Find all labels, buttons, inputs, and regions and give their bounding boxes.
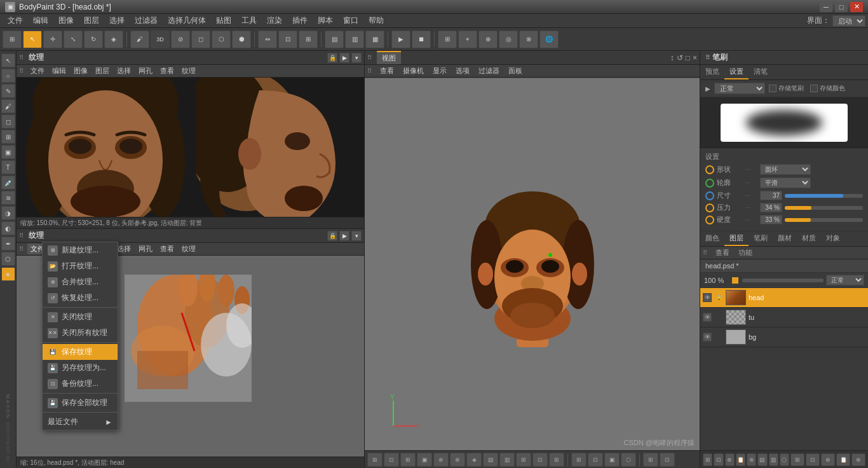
toolbar-snap2[interactable]: ⊕	[478, 31, 498, 48]
brush-tab-preview[interactable]: 预览	[700, 65, 724, 79]
brush-mode-select[interactable]: 正常	[714, 83, 765, 94]
menu-layer[interactable]: 图层	[79, 14, 104, 27]
layer-lock-tu[interactable]	[714, 313, 723, 322]
toolbar-snap3[interactable]: ◎	[499, 31, 518, 48]
toolbar-3d[interactable]: 3D	[151, 31, 170, 48]
rb-tab-color[interactable]: 颜色	[700, 231, 724, 246]
vp-btn-17[interactable]: ⊞	[643, 453, 658, 467]
menu-select-geo[interactable]: 选择几何体	[163, 14, 211, 27]
tex-menu-view[interactable]: 查看	[157, 65, 177, 76]
size-slider-track[interactable]	[785, 194, 863, 198]
rb-tab-material-color[interactable]: 颜材	[773, 231, 797, 246]
tool-smudge[interactable]: ≋	[1, 191, 15, 205]
rb-menu-view[interactable]: 查看	[712, 247, 733, 258]
minimize-button[interactable]: ─	[820, 2, 832, 12]
vp-btn-12[interactable]: ⊞	[549, 453, 564, 467]
dropdown-backup-texture[interactable]: ⊡ 备份纹理...	[43, 376, 118, 392]
vp-btn-3[interactable]: ⊞	[400, 453, 416, 467]
layer-blend-mode[interactable]: 正常	[826, 275, 864, 286]
menu-tools[interactable]: 工具	[236, 14, 262, 27]
menu-select[interactable]: 选择	[104, 14, 130, 27]
dropdown-save-texture[interactable]: 💾 保存纹理	[43, 344, 118, 360]
vp-menu-panel[interactable]: 面板	[505, 65, 526, 76]
toolbar-layer3[interactable]: ▦	[365, 31, 384, 48]
tex-menu-edit[interactable]: 编辑	[49, 65, 69, 76]
bot-tex-menu-texture[interactable]: 纹理	[179, 244, 199, 254]
layer-item-head[interactable]: 👁 🔒 head	[700, 288, 868, 308]
dropdown-open-texture[interactable]: 📂 打开纹理...	[43, 258, 118, 274]
viewport-content[interactable]: Y X CSDN @咆哮的程序猿	[365, 78, 700, 450]
panel-lock-btn[interactable]: 🔒	[327, 53, 337, 63]
layer-vis-bg[interactable]: 👁	[703, 333, 712, 341]
toolbar-select[interactable]: ↖	[23, 31, 42, 48]
tool-dodge[interactable]: ◑	[1, 206, 15, 220]
tool-paint[interactable]: 🖌	[1, 99, 15, 113]
tex-menu-texture[interactable]: 纹理	[179, 65, 199, 76]
dropdown-save-all-texture[interactable]: 💾 保存全部纹理	[43, 395, 118, 411]
tex-menu-layer[interactable]: 图层	[92, 65, 112, 76]
layer-tool-right-3[interactable]: ⊕	[821, 453, 835, 466]
layer-lock-bg[interactable]	[714, 333, 723, 341]
toolbar-layer1[interactable]: ▤	[325, 31, 344, 48]
vp-btn-18[interactable]: ⊡	[660, 453, 675, 467]
rb-tab-brush[interactable]: 笔刷	[749, 231, 773, 246]
rb-menu-function[interactable]: 功能	[735, 247, 756, 258]
toolbar-eraser[interactable]: ◻	[191, 31, 210, 48]
vp-menu-display[interactable]: 显示	[430, 65, 450, 76]
rb-tab-material[interactable]: 材质	[797, 231, 821, 246]
rb-tab-layer[interactable]: 图层	[724, 231, 749, 246]
layer-item-tu[interactable]: 👁 tu	[700, 308, 868, 327]
vp-btn-5[interactable]: ⊕	[433, 453, 449, 467]
vp-btn-2[interactable]: ⊡	[384, 453, 399, 467]
pressure-value[interactable]: 34 %	[760, 203, 782, 212]
menu-image[interactable]: 图像	[53, 14, 79, 27]
viewport-tab[interactable]: 视图	[377, 51, 401, 64]
layer-opacity-slider[interactable]	[742, 279, 824, 282]
opacity-value[interactable]: 33 %	[760, 215, 782, 224]
toolbar-snap4[interactable]: ⊗	[519, 31, 538, 48]
menu-render[interactable]: 渲染	[262, 14, 287, 27]
tool-arrow[interactable]: ↖	[1, 53, 15, 67]
layer-tool-7[interactable]: ▥	[769, 453, 778, 466]
tool-clone[interactable]: ⊞	[1, 130, 15, 144]
menu-map[interactable]: 贴图	[211, 14, 236, 27]
toolbar-anim2[interactable]: ⏹	[412, 31, 431, 48]
hardness-select[interactable]: 平滑	[760, 177, 811, 188]
tex-menu-mesh[interactable]: 网孔	[135, 65, 156, 76]
layer-vis-tu[interactable]: 👁	[703, 313, 712, 322]
layer-tool-3[interactable]: ⊕	[725, 453, 735, 466]
tex-menu-file[interactable]: 文件	[27, 65, 48, 76]
save-color-checkbox[interactable]	[810, 85, 818, 92]
toolbar-paint[interactable]: 🖌	[130, 31, 149, 48]
viewport-expand-all[interactable]: ↕	[670, 53, 674, 62]
viewport-maximize[interactable]: □	[686, 53, 690, 62]
menu-file[interactable]: 文件	[3, 14, 28, 27]
vp-btn-14[interactable]: ⊡	[588, 453, 603, 467]
toolbar-move[interactable]: ✛	[43, 31, 62, 48]
brush-tab-clean[interactable]: 清笔	[749, 65, 773, 79]
tool-stamp[interactable]: ⬡	[1, 252, 15, 266]
vp-btn-8[interactable]: ▤	[483, 453, 498, 467]
toolbar-proj[interactable]: ⊡	[278, 31, 297, 48]
panel-expand-btn[interactable]: ▶	[339, 53, 349, 63]
tool-burn[interactable]: ◐	[1, 221, 15, 235]
menu-filter[interactable]: 过滤器	[130, 14, 163, 27]
pressure-slider-track[interactable]	[785, 206, 863, 210]
rb-tab-object[interactable]: 对象	[821, 231, 845, 246]
layer-tool-8[interactable]: ⬡	[780, 453, 789, 466]
dropdown-close-texture[interactable]: ✕ 关闭纹理	[43, 309, 118, 325]
toolbar-rotate[interactable]: ↻	[84, 31, 103, 48]
vp-btn-4[interactable]: ▣	[417, 453, 432, 467]
vp-menu-camera[interactable]: 摄像机	[400, 65, 427, 76]
menu-edit[interactable]: 编辑	[28, 14, 53, 27]
tool-active[interactable]: ★	[1, 267, 15, 281]
toolbar-globe[interactable]: 🌐	[539, 31, 559, 48]
layer-item-bg[interactable]: 👁 bg	[700, 327, 868, 347]
toolbar-tool5[interactable]: ◈	[104, 31, 123, 48]
tool-circle[interactable]: ○	[1, 69, 15, 83]
toolbar-snap[interactable]: ⌖	[458, 31, 477, 48]
interface-select[interactable]: 启动	[832, 15, 865, 27]
brush-tab-settings[interactable]: 设置	[724, 65, 749, 79]
toolbar-layer2[interactable]: ▥	[345, 31, 364, 48]
tool-text[interactable]: T	[1, 160, 15, 174]
